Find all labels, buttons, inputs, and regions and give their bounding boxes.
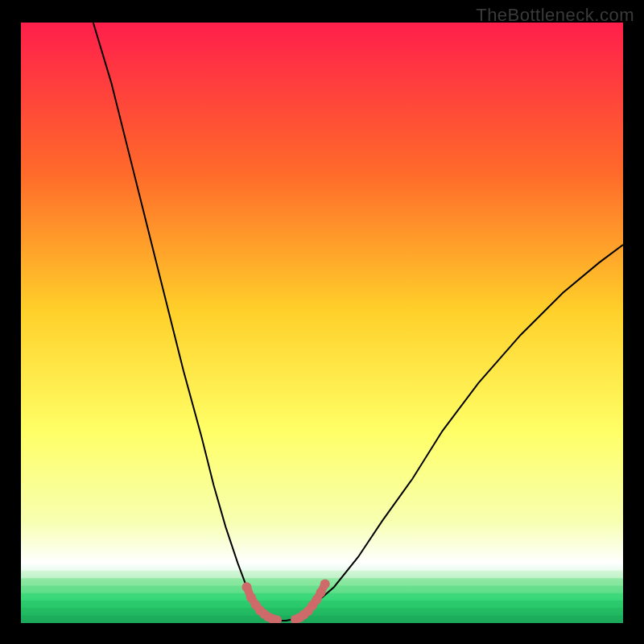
watermark-text: TheBottleneck.com xyxy=(476,5,634,26)
marker-dot xyxy=(320,580,330,589)
svg-rect-7 xyxy=(21,616,623,623)
svg-rect-6 xyxy=(21,608,623,616)
chart-frame: TheBottleneck.com xyxy=(0,0,644,644)
svg-rect-0 xyxy=(21,563,623,571)
chart-plot-area xyxy=(21,23,623,623)
svg-rect-5 xyxy=(21,601,623,609)
svg-rect-1 xyxy=(21,571,623,579)
chart-svg xyxy=(21,23,623,623)
marker-dot xyxy=(242,582,252,592)
marker-dot xyxy=(316,588,326,597)
